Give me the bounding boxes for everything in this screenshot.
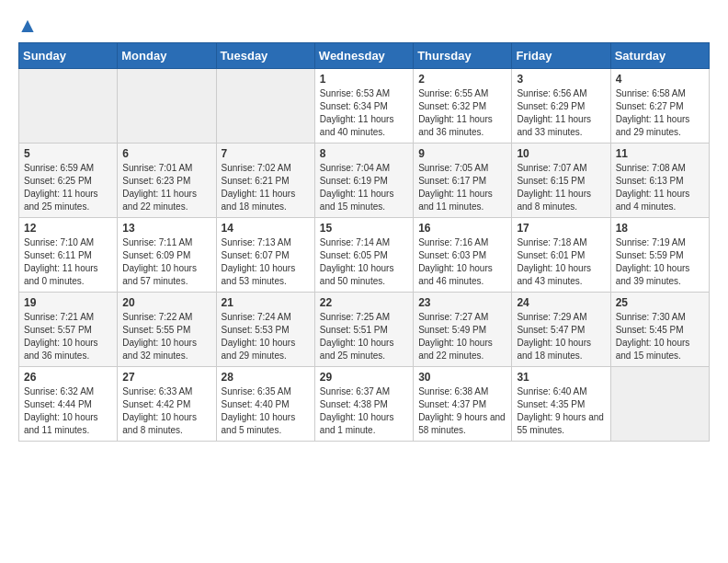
day-info: Sunrise: 7:07 AM Sunset: 6:15 PM Dayligh… (517, 162, 605, 213)
calendar-cell: 23Sunrise: 7:27 AM Sunset: 5:49 PM Dayli… (414, 293, 512, 367)
weekday-header-thursday: Thursday (414, 43, 512, 69)
day-number: 25 (616, 296, 704, 309)
calendar-cell: 28Sunrise: 6:35 AM Sunset: 4:40 PM Dayli… (216, 367, 314, 442)
day-info: Sunrise: 6:56 AM Sunset: 6:29 PM Dayligh… (517, 87, 605, 139)
day-number: 1 (320, 73, 408, 86)
day-number: 4 (616, 73, 704, 86)
calendar-cell: 19Sunrise: 7:21 AM Sunset: 5:57 PM Dayli… (19, 293, 118, 367)
calendar-cell: 18Sunrise: 7:19 AM Sunset: 5:59 PM Dayli… (610, 218, 709, 293)
day-number: 16 (418, 222, 506, 235)
weekday-header-saturday: Saturday (610, 43, 709, 69)
day-info: Sunrise: 7:25 AM Sunset: 5:51 PM Dayligh… (320, 311, 408, 362)
day-info: Sunrise: 6:38 AM Sunset: 4:37 PM Dayligh… (418, 385, 506, 437)
logo (18, 18, 39, 37)
day-info: Sunrise: 6:55 AM Sunset: 6:32 PM Dayligh… (418, 87, 506, 139)
day-info: Sunrise: 7:05 AM Sunset: 6:17 PM Dayligh… (418, 162, 506, 213)
day-number: 27 (122, 371, 210, 384)
calendar-cell: 5Sunrise: 6:59 AM Sunset: 6:25 PM Daylig… (19, 144, 118, 218)
day-info: Sunrise: 7:30 AM Sunset: 5:45 PM Dayligh… (616, 311, 704, 362)
calendar-cell: 8Sunrise: 7:04 AM Sunset: 6:19 PM Daylig… (314, 144, 413, 218)
day-number: 19 (24, 296, 112, 309)
calendar-cell: 21Sunrise: 7:24 AM Sunset: 5:53 PM Dayli… (216, 293, 314, 367)
day-number: 31 (517, 371, 605, 384)
day-number: 8 (320, 147, 408, 160)
calendar-cell (19, 69, 118, 144)
day-info: Sunrise: 7:24 AM Sunset: 5:53 PM Dayligh… (222, 311, 310, 362)
day-info: Sunrise: 7:14 AM Sunset: 6:05 PM Dayligh… (320, 236, 408, 288)
day-number: 26 (24, 371, 112, 384)
calendar-cell: 1Sunrise: 6:53 AM Sunset: 6:34 PM Daylig… (314, 69, 413, 144)
calendar-cell: 4Sunrise: 6:58 AM Sunset: 6:27 PM Daylig… (610, 69, 709, 144)
calendar-cell: 20Sunrise: 7:22 AM Sunset: 5:55 PM Dayli… (118, 293, 216, 367)
calendar-cell: 26Sunrise: 6:32 AM Sunset: 4:44 PM Dayli… (19, 367, 118, 442)
calendar-cell: 17Sunrise: 7:18 AM Sunset: 6:01 PM Dayli… (512, 218, 610, 293)
calendar-cell: 29Sunrise: 6:37 AM Sunset: 4:38 PM Dayli… (314, 367, 413, 442)
day-info: Sunrise: 7:13 AM Sunset: 6:07 PM Dayligh… (222, 236, 310, 288)
day-number: 15 (320, 222, 408, 235)
calendar-cell (216, 69, 314, 144)
day-number: 2 (418, 73, 506, 86)
weekday-header-friday: Friday (512, 43, 610, 69)
day-number: 7 (222, 147, 310, 160)
calendar-cell: 27Sunrise: 6:33 AM Sunset: 4:42 PM Dayli… (118, 367, 216, 442)
calendar-cell: 2Sunrise: 6:55 AM Sunset: 6:32 PM Daylig… (414, 69, 512, 144)
day-number: 30 (418, 371, 506, 384)
calendar-cell: 31Sunrise: 6:40 AM Sunset: 4:35 PM Dayli… (512, 367, 610, 442)
day-info: Sunrise: 6:35 AM Sunset: 4:40 PM Dayligh… (222, 385, 310, 437)
calendar-cell: 15Sunrise: 7:14 AM Sunset: 6:05 PM Dayli… (314, 218, 413, 293)
day-info: Sunrise: 6:37 AM Sunset: 4:38 PM Dayligh… (320, 385, 408, 437)
day-number: 13 (122, 222, 210, 235)
calendar-cell: 11Sunrise: 7:08 AM Sunset: 6:13 PM Dayli… (610, 144, 709, 218)
day-info: Sunrise: 6:32 AM Sunset: 4:44 PM Dayligh… (24, 385, 112, 437)
day-number: 28 (222, 371, 310, 384)
day-info: Sunrise: 7:04 AM Sunset: 6:19 PM Dayligh… (320, 162, 408, 213)
day-info: Sunrise: 7:18 AM Sunset: 6:01 PM Dayligh… (517, 236, 605, 288)
calendar-cell (610, 367, 709, 442)
calendar-table: SundayMondayTuesdayWednesdayThursdayFrid… (18, 42, 710, 442)
weekday-header-sunday: Sunday (19, 43, 118, 69)
calendar-cell: 24Sunrise: 7:29 AM Sunset: 5:47 PM Dayli… (512, 293, 610, 367)
day-number: 17 (517, 222, 605, 235)
day-info: Sunrise: 6:53 AM Sunset: 6:34 PM Dayligh… (320, 87, 408, 139)
day-number: 9 (418, 147, 506, 160)
day-info: Sunrise: 7:21 AM Sunset: 5:57 PM Dayligh… (24, 311, 112, 362)
calendar-cell: 9Sunrise: 7:05 AM Sunset: 6:17 PM Daylig… (414, 144, 512, 218)
calendar-cell: 3Sunrise: 6:56 AM Sunset: 6:29 PM Daylig… (512, 69, 610, 144)
calendar-cell: 13Sunrise: 7:11 AM Sunset: 6:09 PM Dayli… (118, 218, 216, 293)
day-number: 3 (517, 73, 605, 86)
calendar-cell: 16Sunrise: 7:16 AM Sunset: 6:03 PM Dayli… (414, 218, 512, 293)
day-info: Sunrise: 6:59 AM Sunset: 6:25 PM Dayligh… (24, 162, 112, 213)
day-number: 6 (122, 147, 210, 160)
day-number: 20 (122, 296, 210, 309)
day-info: Sunrise: 7:02 AM Sunset: 6:21 PM Dayligh… (222, 162, 310, 213)
day-number: 21 (222, 296, 310, 309)
calendar-cell: 10Sunrise: 7:07 AM Sunset: 6:15 PM Dayli… (512, 144, 610, 218)
day-number: 5 (24, 147, 112, 160)
weekday-header-wednesday: Wednesday (314, 43, 413, 69)
calendar-cell: 7Sunrise: 7:02 AM Sunset: 6:21 PM Daylig… (216, 144, 314, 218)
day-number: 23 (418, 296, 506, 309)
calendar-cell: 25Sunrise: 7:30 AM Sunset: 5:45 PM Dayli… (610, 293, 709, 367)
day-info: Sunrise: 7:19 AM Sunset: 5:59 PM Dayligh… (616, 236, 704, 288)
day-info: Sunrise: 7:11 AM Sunset: 6:09 PM Dayligh… (122, 236, 210, 288)
day-info: Sunrise: 7:27 AM Sunset: 5:49 PM Dayligh… (418, 311, 506, 362)
day-info: Sunrise: 6:58 AM Sunset: 6:27 PM Dayligh… (616, 87, 704, 139)
day-number: 12 (24, 222, 112, 235)
day-number: 29 (320, 371, 408, 384)
day-number: 10 (517, 147, 605, 160)
day-info: Sunrise: 7:16 AM Sunset: 6:03 PM Dayligh… (418, 236, 506, 288)
calendar-cell: 6Sunrise: 7:01 AM Sunset: 6:23 PM Daylig… (118, 144, 216, 218)
day-number: 24 (517, 296, 605, 309)
day-info: Sunrise: 7:29 AM Sunset: 5:47 PM Dayligh… (517, 311, 605, 362)
calendar-cell: 30Sunrise: 6:38 AM Sunset: 4:37 PM Dayli… (414, 367, 512, 442)
day-number: 14 (222, 222, 310, 235)
weekday-header-monday: Monday (118, 43, 216, 69)
day-number: 11 (616, 147, 704, 160)
calendar-cell: 14Sunrise: 7:13 AM Sunset: 6:07 PM Dayli… (216, 218, 314, 293)
day-info: Sunrise: 6:33 AM Sunset: 4:42 PM Dayligh… (122, 385, 210, 437)
day-number: 18 (616, 222, 704, 235)
weekday-header-tuesday: Tuesday (216, 43, 314, 69)
day-info: Sunrise: 7:01 AM Sunset: 6:23 PM Dayligh… (122, 162, 210, 213)
calendar-cell (118, 69, 216, 144)
day-info: Sunrise: 7:10 AM Sunset: 6:11 PM Dayligh… (24, 236, 112, 288)
